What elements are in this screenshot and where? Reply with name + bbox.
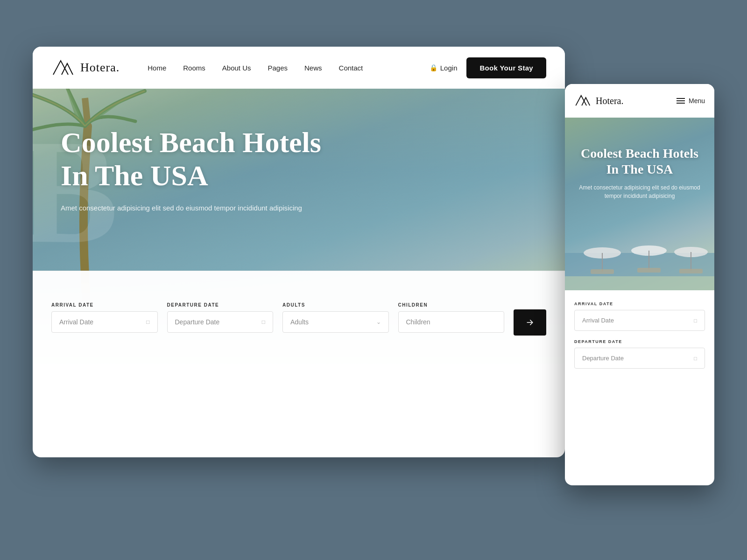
svg-rect-8: [637, 268, 661, 273]
mobile-arrival-input[interactable]: Arrival Date □: [574, 310, 705, 331]
desktop-navbar: Hotera. Home Rooms About Us Pages News C…: [33, 47, 565, 89]
mobile-hero-title: Coolest Beach Hotels In The USA: [576, 146, 703, 177]
scene: Hotera. Home Rooms About Us Pages News C…: [33, 47, 714, 513]
arrival-field: ARRIVAL DATE Arrival Date □: [51, 302, 158, 333]
mobile-hero: Coolest Beach Hotels In The USA Amet con…: [565, 118, 714, 290]
lock-icon: 🔒: [430, 64, 437, 71]
svg-rect-9: [679, 269, 703, 273]
mobile-departure-placeholder: Departure Date: [582, 355, 624, 362]
children-field: CHILDREN Children: [398, 302, 505, 333]
nav-about[interactable]: About Us: [222, 64, 251, 72]
mobile-mountain-logo-icon: [574, 93, 592, 109]
departure-input[interactable]: Departure Date □: [167, 311, 274, 333]
login-label: Login: [440, 64, 458, 72]
mobile-departure-field: DEPARTURE DATE Departure Date □: [574, 339, 705, 369]
mobile-arrival-label: ARRIVAL DATE: [574, 301, 705, 306]
mobile-calendar-icon-2: □: [694, 356, 697, 361]
nav-rooms[interactable]: Rooms: [183, 64, 205, 72]
login-button[interactable]: 🔒 Login: [430, 64, 458, 72]
nav-links: Home Rooms About Us Pages News Contact: [148, 64, 430, 72]
mountain-logo-icon: [51, 57, 76, 78]
arrival-label: ARRIVAL DATE: [51, 302, 158, 308]
desktop-hero: B n Coolest Beach Hotels In The USA Amet…: [33, 89, 565, 364]
desktop-card: Hotera. Home Rooms About Us Pages News C…: [33, 47, 565, 457]
nav-news[interactable]: News: [304, 64, 322, 72]
logo-text: Hotera.: [80, 61, 120, 75]
adults-label: ADULTS: [282, 302, 389, 308]
hero-title: Coolest Beach Hotels In The USA: [61, 126, 341, 193]
nav-home[interactable]: Home: [148, 64, 166, 72]
children-label: CHILDREN: [398, 302, 505, 308]
adults-select[interactable]: Adults ⌄: [282, 311, 389, 333]
mobile-arrival-field: ARRIVAL DATE Arrival Date □: [574, 301, 705, 331]
nav-pages[interactable]: Pages: [268, 64, 288, 72]
mobile-arrival-placeholder: Arrival Date: [582, 317, 614, 324]
mobile-menu-button[interactable]: Menu: [677, 97, 705, 105]
logo-area: Hotera.: [51, 57, 120, 78]
book-your-stay-button[interactable]: Book Your Stay: [466, 57, 546, 78]
menu-label: Menu: [689, 97, 705, 105]
adults-placeholder: Adults: [290, 318, 309, 326]
booking-bar: ARRIVAL DATE Arrival Date □ DEPARTURE DA…: [33, 271, 565, 364]
calendar-icon-2: □: [262, 319, 265, 325]
nav-contact[interactable]: Contact: [339, 64, 363, 72]
nav-right: 🔒 Login Book Your Stay: [430, 57, 546, 78]
mobile-booking-section: ARRIVAL DATE Arrival Date □ DEPARTURE DA…: [565, 290, 714, 380]
mobile-hero-subtitle: Amet consectetur adipisicing elit sed do…: [576, 183, 703, 200]
svg-rect-7: [591, 269, 614, 274]
mobile-card: Hotera. Menu: [565, 84, 714, 485]
arrival-input[interactable]: Arrival Date □: [51, 311, 158, 333]
hamburger-icon: [677, 98, 685, 104]
hero-subtitle: Amet consectetur adipisicing elit sed do…: [61, 203, 303, 214]
departure-label: DEPARTURE DATE: [167, 302, 274, 308]
mobile-departure-input[interactable]: Departure Date □: [574, 348, 705, 369]
mobile-hero-content: Coolest Beach Hotels In The USA Amet con…: [565, 146, 714, 200]
children-input[interactable]: Children: [398, 311, 505, 333]
calendar-icon: □: [146, 319, 149, 325]
mobile-navbar: Hotera. Menu: [565, 84, 714, 118]
svg-rect-10: [565, 276, 714, 290]
departure-field: DEPARTURE DATE Departure Date □: [167, 302, 274, 333]
mobile-logo-text: Hotera.: [596, 96, 623, 106]
adults-field: ADULTS Adults ⌄: [282, 302, 389, 333]
chevron-down-icon: ⌄: [376, 319, 381, 325]
arrow-right-icon: [525, 318, 535, 327]
departure-placeholder: Departure Date: [175, 318, 220, 326]
mobile-calendar-icon: □: [694, 318, 697, 323]
hero-content: Coolest Beach Hotels In The USA Amet con…: [61, 126, 341, 213]
mobile-departure-label: DEPARTURE DATE: [574, 339, 705, 344]
booking-submit-button[interactable]: [514, 309, 546, 336]
mobile-logo-area: Hotera.: [574, 93, 623, 109]
arrival-placeholder: Arrival Date: [59, 318, 93, 326]
children-placeholder: Children: [406, 318, 430, 326]
mobile-beach-decoration: [565, 197, 714, 290]
